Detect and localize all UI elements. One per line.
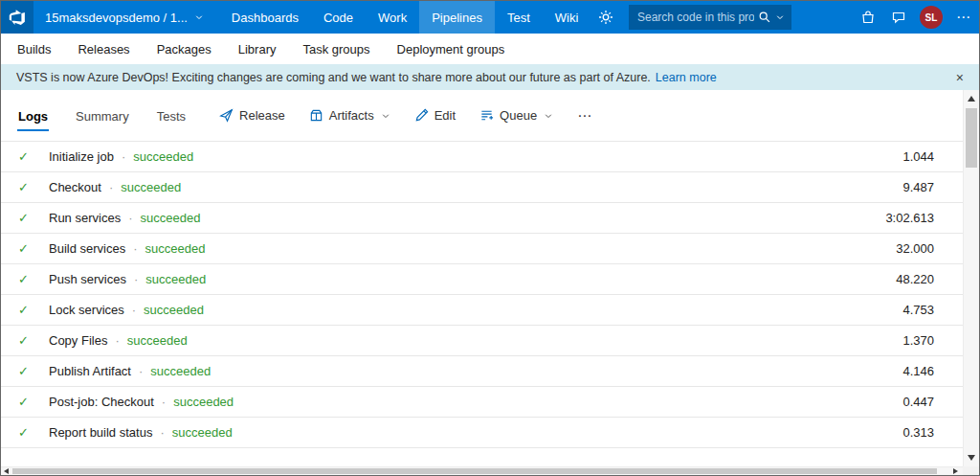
subnav-item[interactable]: Library	[238, 42, 277, 57]
separator-dot: ·	[139, 364, 143, 378]
scroll-left-arrow-icon[interactable]	[4, 468, 9, 474]
top-nav-item[interactable]: Pipelines	[419, 1, 495, 34]
subnav-item[interactable]: Packages	[157, 42, 212, 57]
release-button[interactable]: Release	[219, 108, 285, 123]
build-step-row[interactable]: ✓ Push services · succeeded 48.220	[1, 264, 963, 295]
separator-dot: ·	[109, 180, 113, 194]
search-input[interactable]	[637, 11, 754, 24]
step-status: succeeded	[144, 303, 204, 317]
separator-dot: ·	[132, 303, 136, 317]
banner-message: VSTS is now Azure DevOps! Exciting chang…	[16, 71, 651, 84]
build-step-row[interactable]: ✓ Build services · succeeded 32.000	[1, 234, 963, 264]
step-name: Lock services	[49, 303, 124, 317]
edit-button[interactable]: Edit	[414, 108, 456, 123]
step-duration: 1.044	[902, 149, 934, 164]
step-duration: 4.146	[902, 364, 934, 378]
step-status: succeeded	[133, 149, 193, 164]
build-step-row[interactable]: ✓ Publish Artifact · succeeded 4.146	[1, 356, 963, 387]
release-icon	[219, 108, 234, 123]
result-tab[interactable]: Tests	[156, 101, 187, 131]
step-status: succeeded	[145, 272, 206, 286]
step-status: succeeded	[127, 333, 188, 348]
step-name: Run services	[49, 211, 121, 225]
step-name: Build services	[49, 241, 125, 256]
close-icon[interactable]: ×	[956, 64, 964, 90]
chevron-down-icon	[544, 111, 553, 121]
azure-devops-logo-icon[interactable]	[1, 1, 33, 34]
step-duration: 3:02.613	[885, 211, 934, 225]
separator-dot: ·	[133, 241, 137, 256]
result-tab[interactable]: Summary	[75, 101, 130, 131]
top-nav-item[interactable]: Code	[311, 1, 366, 34]
scroll-right-arrow-icon[interactable]	[953, 468, 958, 474]
scroll-up-arrow-icon[interactable]	[968, 96, 975, 102]
separator-dot: ·	[162, 395, 166, 409]
step-name: Post-job: Checkout	[49, 395, 154, 409]
feedback-icon[interactable]	[883, 1, 914, 34]
more-actions-icon[interactable]: ⋯	[577, 107, 593, 125]
success-check-icon: ✓	[18, 303, 33, 317]
search-scope-chevron-icon[interactable]	[775, 12, 785, 22]
scrollbar-corner	[963, 466, 979, 475]
vertical-scrollbar-thumb[interactable]	[966, 108, 977, 168]
artifacts-dropdown[interactable]: Artifacts	[309, 108, 390, 123]
result-tabs: Logs Summary Tests	[17, 101, 187, 131]
success-check-icon: ✓	[18, 364, 33, 378]
step-status: succeeded	[121, 180, 181, 194]
horizontal-scrollbar-thumb[interactable]	[12, 468, 937, 474]
top-navbar: 15maksdevopsdemo / 1... Dashboards Code …	[1, 1, 979, 34]
horizontal-scrollbar[interactable]	[1, 466, 979, 475]
step-name: Checkout	[49, 180, 101, 194]
marketplace-bag-icon[interactable]	[853, 1, 883, 34]
chevron-down-icon	[194, 12, 204, 22]
top-nav-item[interactable]: Wiki	[543, 1, 591, 34]
top-nav-item[interactable]: Test	[495, 1, 543, 34]
search-box[interactable]	[629, 5, 791, 30]
subnav-item[interactable]: Task groups	[302, 42, 369, 57]
separator-dot: ·	[134, 272, 138, 286]
step-status: succeeded	[145, 241, 206, 256]
vertical-scrollbar[interactable]	[963, 90, 979, 466]
step-status: succeeded	[140, 211, 200, 225]
step-name: Push services	[49, 272, 126, 286]
build-step-row[interactable]: ✓ Post-job: Checkout · succeeded 0.447	[1, 387, 963, 418]
success-check-icon: ✓	[18, 241, 33, 256]
build-step-row[interactable]: ✓ Lock services · succeeded 4.753	[1, 295, 963, 326]
subnav-item[interactable]: Deployment groups	[397, 42, 505, 57]
step-name: Publish Artifact	[49, 364, 131, 378]
scroll-down-arrow-icon[interactable]	[968, 455, 975, 461]
success-check-icon: ✓	[18, 180, 33, 194]
avatar[interactable]: SL	[920, 6, 943, 29]
build-step-row[interactable]: ✓ Checkout · succeeded 9.487	[1, 172, 963, 203]
success-check-icon: ✓	[18, 211, 33, 225]
build-step-row[interactable]: ✓ Run services · succeeded 3:02.613	[1, 203, 963, 234]
search-icon[interactable]	[758, 11, 771, 24]
step-status: succeeded	[150, 364, 211, 378]
result-tab[interactable]: Logs	[17, 101, 49, 131]
step-duration: 9.487	[902, 180, 934, 194]
top-nav-item[interactable]: Work	[366, 1, 419, 34]
settings-gear-icon[interactable]	[590, 1, 621, 34]
build-step-row[interactable]: ✓ Copy Files · succeeded 1.370	[1, 326, 963, 356]
step-duration: 1.370	[902, 333, 934, 348]
step-duration: 32.000	[896, 241, 934, 256]
queue-dropdown[interactable]: Queue	[479, 108, 553, 123]
build-step-row[interactable]: ✓ Report build status · succeeded 0.313	[1, 418, 963, 448]
edit-label: Edit	[434, 108, 456, 123]
subnav-item[interactable]: Builds	[17, 42, 51, 57]
subnav-item[interactable]: Releases	[78, 42, 129, 57]
step-duration: 4.753	[902, 303, 934, 317]
top-nav: Dashboards Code Work Pipelines Test Wiki	[219, 1, 590, 34]
more-options-icon[interactable]: ⋯	[948, 1, 979, 34]
step-name: Report build status	[49, 425, 152, 440]
learn-more-link[interactable]: Learn more	[656, 71, 717, 84]
build-step-row[interactable]: ✓ Initialize job · succeeded 1.044	[1, 142, 963, 172]
build-actions-toolbar: Release Artifacts Edit	[219, 107, 593, 125]
queue-icon	[479, 108, 494, 123]
project-selector[interactable]: 15maksdevopsdemo / 1...	[33, 1, 215, 34]
top-nav-item[interactable]: Dashboards	[219, 1, 311, 34]
artifacts-box-icon	[309, 108, 323, 123]
build-result-toolbar: Logs Summary Tests Release Artifacts	[1, 90, 979, 141]
edit-pencil-icon	[414, 108, 429, 123]
artifacts-label: Artifacts	[329, 108, 374, 123]
